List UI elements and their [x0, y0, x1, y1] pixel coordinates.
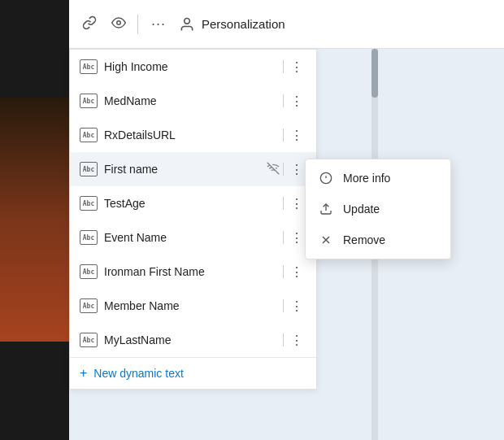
item-more-button[interactable]: [287, 125, 306, 145]
item-more-button[interactable]: [287, 57, 306, 76]
item-more-button[interactable]: [287, 330, 306, 350]
list-item[interactable]: Abc RxDetailsURL: [70, 118, 316, 152]
person-icon: [179, 16, 195, 33]
item-actions: [283, 91, 306, 111]
list-item[interactable]: Abc TestAge: [70, 186, 316, 220]
abc-icon: Abc: [80, 128, 98, 142]
background-photo-content: [0, 98, 69, 342]
item-more-button[interactable]: [287, 91, 306, 111]
item-actions: [283, 296, 306, 316]
item-actions: [283, 194, 306, 213]
item-divider: [283, 231, 284, 244]
context-menu-item-label: Remove: [343, 233, 385, 246]
item-more-button[interactable]: [287, 194, 306, 213]
item-divider: [283, 333, 284, 346]
list-item[interactable]: Abc MyLastName: [70, 323, 316, 357]
context-menu-item-label: More info: [343, 172, 390, 185]
abc-icon: Abc: [80, 94, 98, 108]
abc-icon: Abc: [80, 298, 98, 313]
add-item-label: New dynamic text: [93, 367, 183, 380]
top-bar: ··· Personalization: [69, 0, 504, 49]
item-actions: [283, 57, 306, 76]
abc-icon: Abc: [80, 264, 98, 279]
top-bar-divider: [137, 15, 138, 34]
context-menu-more-info[interactable]: More info: [306, 163, 450, 194]
item-divider: [283, 60, 284, 73]
item-more-button[interactable]: [287, 296, 306, 316]
item-actions: [283, 330, 306, 350]
list-item[interactable]: Abc MedName: [70, 84, 316, 118]
item-more-button[interactable]: [287, 262, 306, 281]
link-icon[interactable]: [79, 12, 100, 37]
item-actions: [283, 262, 306, 281]
abc-icon: Abc: [80, 230, 98, 245]
item-divider: [283, 163, 284, 176]
abc-icon: Abc: [80, 162, 98, 176]
item-label: Ironman First Name: [104, 265, 276, 278]
item-divider: [283, 299, 284, 312]
svg-point-0: [117, 20, 121, 24]
upload-icon: [319, 202, 333, 216]
context-menu: More info Update Remove: [305, 159, 451, 259]
item-actions: [283, 228, 306, 247]
item-label: TestAge: [104, 197, 276, 210]
item-actions: [267, 159, 306, 179]
eye-icon[interactable]: [108, 12, 129, 37]
abc-icon: Abc: [80, 59, 98, 74]
context-menu-item-label: Update: [343, 203, 380, 216]
list-item[interactable]: Abc Member Name: [70, 289, 316, 323]
item-label: High Income: [104, 60, 276, 73]
warning-icon: [267, 162, 280, 177]
item-divider: [283, 94, 284, 107]
item-label: Member Name: [104, 299, 276, 312]
context-menu-remove[interactable]: Remove: [306, 224, 450, 255]
item-actions: [283, 125, 306, 145]
abc-icon: Abc: [80, 333, 98, 347]
dropdown-panel: Abc High Income Abc MedName Abc RxDetail…: [69, 49, 317, 390]
add-new-item-row[interactable]: + New dynamic text: [70, 357, 316, 389]
close-icon: [319, 233, 333, 247]
svg-point-1: [185, 18, 190, 24]
context-menu-update[interactable]: Update: [306, 194, 450, 224]
plus-icon: +: [80, 366, 87, 381]
more-options-button[interactable]: ···: [146, 12, 171, 36]
abc-icon: Abc: [80, 196, 98, 211]
item-more-button[interactable]: [287, 228, 306, 247]
list-item[interactable]: Abc Ironman First Name: [70, 255, 316, 289]
list-item[interactable]: Abc First name: [70, 152, 316, 186]
item-label: MyLastName: [104, 333, 276, 346]
list-item[interactable]: Abc High Income: [70, 50, 316, 84]
item-divider: [283, 265, 284, 278]
item-label: RxDetailsURL: [104, 129, 276, 142]
item-divider: [283, 197, 284, 210]
title-area: Personalization: [179, 16, 285, 33]
item-more-button[interactable]: [287, 159, 306, 179]
item-label: First name: [104, 163, 260, 176]
item-label: Event Name: [104, 231, 276, 244]
item-divider: [283, 129, 284, 142]
info-icon: [319, 171, 333, 185]
scrollbar-thumb[interactable]: [371, 49, 378, 98]
list-item[interactable]: Abc Event Name: [70, 220, 316, 255]
page-title: Personalization: [202, 17, 285, 31]
item-label: MedName: [104, 94, 276, 107]
